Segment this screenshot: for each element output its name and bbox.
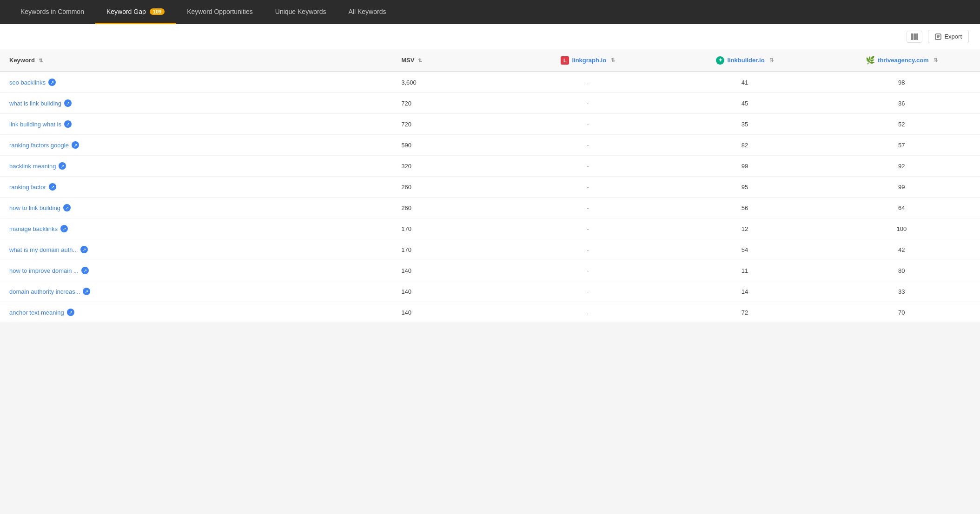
toolbar: Export [0,24,980,49]
cell-linkgraph: - [510,114,666,135]
keyword-link[interactable]: ranking factor ↗ [9,183,383,191]
cell-msv: 140 [392,302,510,323]
table-row: manage backlinks ↗ 170-12100 [0,218,980,239]
cell-linkgraph: - [510,177,666,198]
cell-msv: 3,600 [392,72,510,93]
external-link-icon: ↗ [80,246,88,253]
linkbuilder-sort-icon: ⇅ [769,57,774,63]
cell-thrive: 57 [823,135,980,156]
keyword-link[interactable]: ranking factors google ↗ [9,141,383,149]
keyword-link[interactable]: manage backlinks ↗ [9,225,383,232]
columns-toggle-button[interactable] [907,31,922,43]
cell-linkbuilder: 12 [666,218,823,239]
keyword-link[interactable]: backlink meaning ↗ [9,162,383,170]
external-link-icon: ↗ [63,204,71,211]
cell-linkbuilder: 11 [666,260,823,281]
cell-linkgraph: - [510,135,666,156]
external-link-icon: ↗ [64,120,72,128]
keyword-link[interactable]: anchor text meaning ↗ [9,309,383,316]
cell-thrive: 92 [823,156,980,177]
keyword-link[interactable]: how to improve domain ... ↗ [9,267,383,274]
cell-msv: 260 [392,177,510,198]
cell-linkbuilder: 72 [666,302,823,323]
svg-rect-2 [916,33,918,40]
keyword-table: Keyword ⇅ MSV ⇅ L linkgraph.io ⇅ ✦ [0,49,980,323]
keyword-link[interactable]: seo backlinks ↗ [9,79,383,86]
cell-thrive: 70 [823,302,980,323]
tab-keyword-gap[interactable]: Keyword Gap 109 [95,0,176,24]
cell-linkgraph: - [510,281,666,302]
col-header-keyword[interactable]: Keyword ⇅ [0,49,392,72]
linkgraph-favicon: L [561,56,569,65]
table-row: what is my domain auth... ↗ 170-5442 [0,239,980,260]
table-row: how to improve domain ... ↗ 140-1180 [0,260,980,281]
cell-msv: 320 [392,156,510,177]
keyword-link[interactable]: what is my domain auth... ↗ [9,246,383,253]
keyword-link[interactable]: what is link building ↗ [9,99,383,107]
cell-msv: 720 [392,114,510,135]
export-label: Export [944,33,962,40]
col-header-msv[interactable]: MSV ⇅ [392,49,510,72]
cell-linkgraph: - [510,218,666,239]
external-link-icon: ↗ [60,225,68,232]
external-link-icon: ↗ [59,162,66,170]
cell-linkbuilder: 56 [666,198,823,218]
cell-linkbuilder: 45 [666,93,823,114]
cell-thrive: 99 [823,177,980,198]
tab-keyword-opportunities[interactable]: Keyword Opportunities [176,0,264,24]
col-header-thrive[interactable]: 🌿 thriveagency.com ⇅ [823,49,980,72]
cell-linkbuilder: 99 [666,156,823,177]
cell-linkgraph: - [510,302,666,323]
keyword-link[interactable]: link building what is ↗ [9,120,383,128]
cell-linkgraph: - [510,260,666,281]
cell-msv: 140 [392,260,510,281]
tab-all-keywords[interactable]: All Keywords [338,0,397,24]
cell-msv: 170 [392,218,510,239]
cell-linkgraph: - [510,93,666,114]
linkbuilder-favicon: ✦ [716,56,724,65]
export-button[interactable]: Export [928,30,969,43]
tab-keywords-in-common[interactable]: Keywords in Common [9,0,95,24]
keyword-gap-badge: 109 [150,8,165,15]
table-row: how to link building ↗ 260-5664 [0,198,980,218]
cell-linkgraph: - [510,198,666,218]
col-header-linkbuilder[interactable]: ✦ linkbuilder.io ⇅ [666,49,823,72]
keyword-link[interactable]: how to link building ↗ [9,204,383,211]
cell-thrive: 42 [823,239,980,260]
cell-linkbuilder: 82 [666,135,823,156]
thrive-favicon: 🌿 [866,56,875,65]
cell-linkbuilder: 14 [666,281,823,302]
external-link-icon: ↗ [81,267,89,274]
table-row: domain authority increas... ↗ 140-1433 [0,281,980,302]
external-link-icon: ↗ [48,79,56,86]
table-row: link building what is ↗ 720-3552 [0,114,980,135]
svg-rect-0 [911,33,913,40]
cell-linkbuilder: 95 [666,177,823,198]
msv-sort-icon: ⇅ [418,58,422,64]
export-icon [935,33,941,40]
cell-thrive: 33 [823,281,980,302]
keyword-link[interactable]: domain authority increas... ↗ [9,288,383,295]
cell-linkbuilder: 41 [666,72,823,93]
table-header-row: Keyword ⇅ MSV ⇅ L linkgraph.io ⇅ ✦ [0,49,980,72]
table-row: seo backlinks ↗ 3,600-4198 [0,72,980,93]
cell-msv: 140 [392,281,510,302]
cell-linkgraph: - [510,72,666,93]
cell-linkgraph: - [510,156,666,177]
cell-linkbuilder: 35 [666,114,823,135]
cell-thrive: 98 [823,72,980,93]
top-nav: Keywords in Common Keyword Gap 109 Keywo… [0,0,980,24]
table-row: anchor text meaning ↗ 140-7270 [0,302,980,323]
linkgraph-sort-icon: ⇅ [611,57,615,63]
columns-icon [911,33,918,40]
keyword-sort-icon: ⇅ [39,58,43,64]
external-link-icon: ↗ [83,288,90,295]
col-header-linkgraph[interactable]: L linkgraph.io ⇅ [510,49,666,72]
svg-rect-1 [914,33,916,40]
table-row: what is link building ↗ 720-4536 [0,93,980,114]
cell-linkbuilder: 54 [666,239,823,260]
tab-unique-keywords[interactable]: Unique Keywords [264,0,338,24]
cell-msv: 260 [392,198,510,218]
cell-msv: 170 [392,239,510,260]
table-row: ranking factors google ↗ 590-8257 [0,135,980,156]
